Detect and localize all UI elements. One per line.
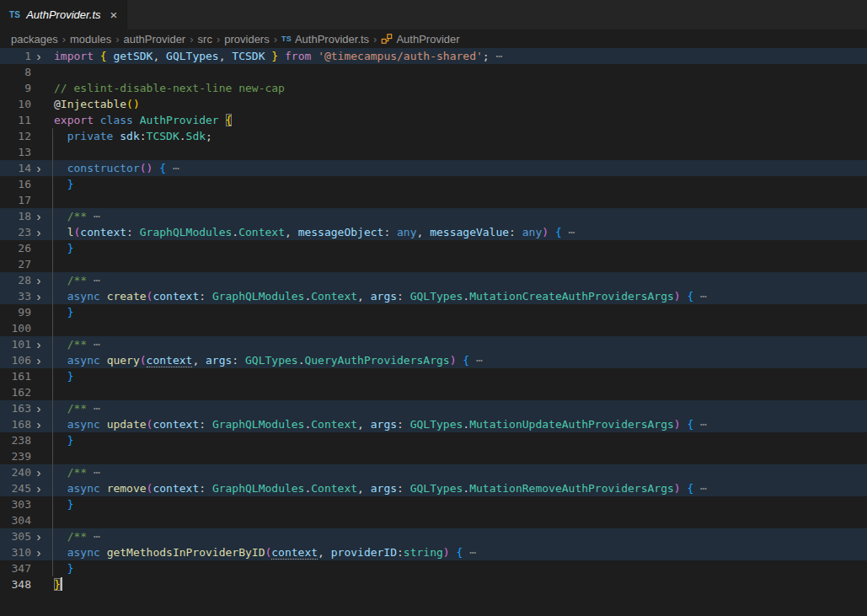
fold-chevron-icon[interactable]: › xyxy=(31,224,46,240)
breadcrumb-separator-icon: › xyxy=(62,33,66,46)
code-line-26[interactable]: 26 } xyxy=(0,240,867,256)
code-line-238[interactable]: 238 } xyxy=(0,432,867,448)
fold-gutter xyxy=(31,496,46,512)
fold-chevron-icon[interactable]: › xyxy=(31,352,46,368)
code-text: l(context: GraphQLModules.Context, messa… xyxy=(46,224,867,240)
line-number: 23 xyxy=(0,224,31,240)
indent-guide xyxy=(52,432,53,448)
code-line-100[interactable]: 100 xyxy=(0,320,867,336)
fold-gutter xyxy=(31,80,46,96)
code-text: constructor() { ⋯ xyxy=(46,160,867,176)
code-text: async create(context: GraphQLModules.Con… xyxy=(46,288,867,304)
close-icon[interactable]: × xyxy=(110,8,118,21)
fold-chevron-icon[interactable]: › xyxy=(31,48,46,64)
code-line-10[interactable]: 10@Injectable() xyxy=(0,96,867,112)
code-line-163[interactable]: 163› /** ⋯ xyxy=(0,400,867,416)
line-number: 33 xyxy=(0,288,31,304)
line-number: 28 xyxy=(0,272,31,288)
fold-chevron-icon[interactable]: › xyxy=(31,480,46,496)
fold-gutter xyxy=(31,176,46,192)
line-number: 10 xyxy=(0,96,31,112)
code-line-13[interactable]: 13 xyxy=(0,144,867,160)
breadcrumb-item-modules[interactable]: modules xyxy=(70,33,111,46)
code-line-1[interactable]: 1›import { getSDK, GQLTypes, TCSDK } fro… xyxy=(0,48,867,64)
code-text: @Injectable() xyxy=(46,96,867,112)
fold-chevron-icon[interactable]: › xyxy=(31,400,46,416)
code-line-27[interactable]: 27 xyxy=(0,256,867,272)
code-line-8[interactable]: 8 xyxy=(0,64,867,80)
breadcrumb-separator-icon: › xyxy=(190,33,193,46)
code-line-11[interactable]: 11export class AuthProvider { xyxy=(0,112,867,128)
fold-chevron-icon[interactable]: › xyxy=(31,288,46,304)
typescript-file-icon: TS xyxy=(9,10,20,19)
breadcrumb-item-authprovider[interactable]: AuthProvider xyxy=(381,33,459,46)
fold-chevron-icon[interactable]: › xyxy=(31,464,46,480)
breadcrumb-item-authprovider-ts[interactable]: TSAuthProvider.ts xyxy=(281,33,369,46)
indent-guide xyxy=(52,256,53,272)
breadcrumb-item-packages[interactable]: packages xyxy=(11,33,58,46)
code-line-245[interactable]: 245› async remove(context: GraphQLModule… xyxy=(0,480,867,496)
code-line-33[interactable]: 33› async create(context: GraphQLModules… xyxy=(0,288,867,304)
code-text xyxy=(46,144,867,160)
code-line-16[interactable]: 16 } xyxy=(0,176,867,192)
fold-chevron-icon[interactable]: › xyxy=(31,160,46,176)
code-line-14[interactable]: 14› constructor() { ⋯ xyxy=(0,160,867,176)
fold-gutter xyxy=(31,432,46,448)
code-editor: 1›import { getSDK, GQLTypes, TCSDK } fro… xyxy=(0,48,867,592)
code-line-310[interactable]: 310› async getMethodsInProviderByID(cont… xyxy=(0,544,867,560)
code-line-23[interactable]: 23› l(context: GraphQLModules.Context, m… xyxy=(0,224,867,240)
fold-chevron-icon[interactable]: › xyxy=(31,528,46,544)
code-line-240[interactable]: 240› /** ⋯ xyxy=(0,464,867,480)
code-line-17[interactable]: 17 xyxy=(0,192,867,208)
code-line-303[interactable]: 303 } xyxy=(0,496,867,512)
typescript-file-icon: TS xyxy=(281,35,292,43)
line-number: 304 xyxy=(0,512,31,528)
code-line-9[interactable]: 9// eslint-disable-next-line new-cap xyxy=(0,80,867,96)
code-line-101[interactable]: 101› /** ⋯ xyxy=(0,336,867,352)
code-line-168[interactable]: 168› async update(context: GraphQLModule… xyxy=(0,416,867,432)
code-line-161[interactable]: 161 } xyxy=(0,368,867,384)
indent-guide xyxy=(52,480,53,496)
fold-chevron-icon[interactable]: › xyxy=(31,544,46,560)
code-text: private sdk:TCSDK.Sdk; xyxy=(46,128,867,144)
fold-gutter xyxy=(31,576,46,592)
indent-guide xyxy=(52,528,53,544)
fold-chevron-icon[interactable]: › xyxy=(31,416,46,432)
code-line-239[interactable]: 239 xyxy=(0,448,867,464)
fold-chevron-icon[interactable]: › xyxy=(31,336,46,352)
fold-gutter xyxy=(31,448,46,464)
breadcrumb-label: AuthProvider.ts xyxy=(295,33,369,46)
line-number: 162 xyxy=(0,384,31,400)
fold-chevron-icon[interactable]: › xyxy=(31,272,46,288)
indent-guide xyxy=(52,448,53,464)
line-number: 347 xyxy=(0,560,31,576)
code-text: } xyxy=(46,432,867,448)
breadcrumb-item-src[interactable]: src xyxy=(198,33,212,46)
code-line-18[interactable]: 18› /** ⋯ xyxy=(0,208,867,224)
fold-chevron-icon[interactable]: › xyxy=(31,208,46,224)
code-line-347[interactable]: 347 } xyxy=(0,560,867,576)
breadcrumb-item-providers[interactable]: providers xyxy=(224,33,269,46)
code-text: async getMethodsInProviderByID(context, … xyxy=(46,544,867,560)
line-number: 14 xyxy=(0,160,31,176)
code-line-162[interactable]: 162 xyxy=(0,384,867,400)
code-line-12[interactable]: 12 private sdk:TCSDK.Sdk; xyxy=(0,128,867,144)
code-line-28[interactable]: 28› /** ⋯ xyxy=(0,272,867,288)
code-text: async remove(context: GraphQLModules.Con… xyxy=(46,480,867,496)
breadcrumb-label: src xyxy=(198,33,212,46)
line-number: 27 xyxy=(0,256,31,272)
code-line-348[interactable]: 348} xyxy=(0,576,867,592)
line-number: 11 xyxy=(0,112,31,128)
code-line-304[interactable]: 304 xyxy=(0,512,867,528)
fold-gutter xyxy=(31,256,46,272)
line-number: 101 xyxy=(0,336,31,352)
code-text: /** ⋯ xyxy=(46,208,867,224)
code-line-106[interactable]: 106› async query(context, args: GQLTypes… xyxy=(0,352,867,368)
code-line-305[interactable]: 305› /** ⋯ xyxy=(0,528,867,544)
breadcrumb-item-authprovider[interactable]: authProvider xyxy=(123,33,185,46)
tab-authprovider[interactable]: TS AuthProvider.ts × xyxy=(0,0,127,29)
indent-guide xyxy=(52,336,53,352)
code-line-99[interactable]: 99 } xyxy=(0,304,867,320)
code-text xyxy=(46,64,867,80)
text-cursor xyxy=(61,577,62,591)
